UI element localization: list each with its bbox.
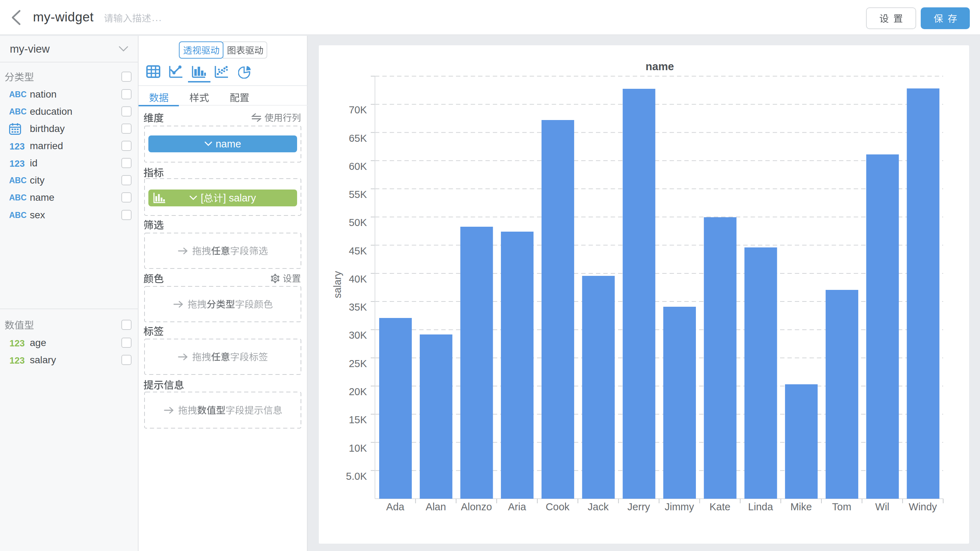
svg-text:70K: 70K xyxy=(348,104,367,115)
svg-text:15K: 15K xyxy=(348,414,367,425)
svg-text:Wil: Wil xyxy=(875,501,889,513)
svg-text:45K: 45K xyxy=(348,245,367,256)
svg-text:Tom: Tom xyxy=(832,501,851,513)
svg-text:Kate: Kate xyxy=(710,501,730,513)
svg-text:30K: 30K xyxy=(348,330,367,341)
svg-text:Jack: Jack xyxy=(588,501,609,513)
svg-text:10K: 10K xyxy=(348,443,367,454)
svg-text:55K: 55K xyxy=(348,189,367,200)
svg-text:Alonzo: Alonzo xyxy=(461,501,492,513)
svg-text:60K: 60K xyxy=(348,161,367,172)
svg-text:25K: 25K xyxy=(348,358,367,369)
svg-text:20K: 20K xyxy=(348,386,367,397)
svg-text:Cook: Cook xyxy=(546,501,570,513)
svg-text:65K: 65K xyxy=(348,133,367,144)
svg-text:5.0K: 5.0K xyxy=(346,471,367,482)
svg-text:Mike: Mike xyxy=(790,501,811,513)
svg-text:40K: 40K xyxy=(348,273,367,285)
svg-text:name: name xyxy=(646,61,674,73)
svg-text:salary: salary xyxy=(332,271,343,298)
svg-text:Jerry: Jerry xyxy=(627,501,650,513)
svg-text:Ada: Ada xyxy=(386,501,404,513)
svg-text:Linda: Linda xyxy=(748,501,773,513)
svg-text:50K: 50K xyxy=(348,217,367,228)
svg-text:Windy: Windy xyxy=(909,501,937,513)
svg-text:Jimmy: Jimmy xyxy=(665,501,694,513)
svg-text:Alan: Alan xyxy=(426,501,446,513)
svg-text:Aria: Aria xyxy=(508,501,526,513)
svg-text:35K: 35K xyxy=(348,301,367,313)
